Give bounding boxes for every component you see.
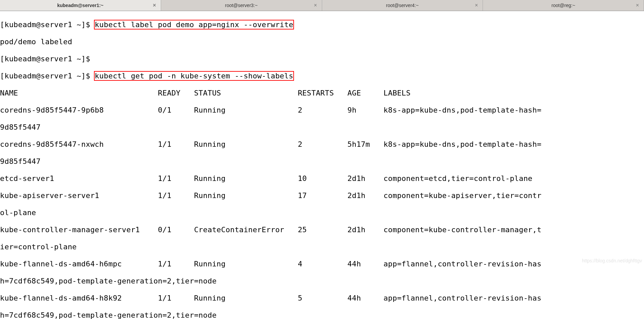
table-row: 9d85f5447 <box>0 157 644 166</box>
table-row: 9d85f5447 <box>0 123 644 132</box>
terminal-line: pod/demo labeled <box>0 38 644 46</box>
table-row: kube-apiserver-server1 1/1 Running 17 2d… <box>0 191 644 200</box>
terminal-line: [kubeadm@server1 ~]$ kubectl get pod -n … <box>0 72 644 80</box>
tab-root-server4[interactable]: root@server4:~ × <box>322 0 483 11</box>
table-row: ol-plane <box>0 208 644 217</box>
terminal-line: [kubeadm@server1 ~]$ <box>0 55 644 63</box>
table-row: h=7cdf68c549,pod-template-generation=2,t… <box>0 277 644 285</box>
table-row: kube-controller-manager-server1 0/1 Crea… <box>0 226 644 234</box>
table-row: etcd-server1 1/1 Running 10 2d1h compone… <box>0 174 644 183</box>
prompt: [kubeadm@server1 ~]$ <box>0 55 90 63</box>
tab-bar: kubeadm@server1:~ × root@server3:~ × roo… <box>0 0 644 11</box>
table-row: h=7cdf68c549,pod-template-generation=2,t… <box>0 311 644 319</box>
table-header: NAME READY STATUS RESTARTS AGE LABELS <box>0 89 644 98</box>
close-icon[interactable]: × <box>314 2 317 8</box>
table-row: kube-flannel-ds-amd64-h6mpc 1/1 Running … <box>0 260 644 268</box>
terminal-line: [kubeadm@server1 ~]$ kubectl label pod d… <box>0 20 644 29</box>
tab-root-server3[interactable]: root@server3:~ × <box>161 0 322 11</box>
table-row: coredns-9d85f5447-9p6b8 0/1 Running 2 9h… <box>0 106 644 115</box>
table-row: coredns-9d85f5447-nxwch 1/1 Running 2 5h… <box>0 140 644 149</box>
watermark: https://blog.csdn.net/dghfttgv <box>582 258 642 263</box>
tab-label: root@server3:~ <box>225 3 258 8</box>
tab-label: root@server4:~ <box>386 3 418 8</box>
tab-label: root@reg:~ <box>551 3 575 8</box>
terminal-output[interactable]: [kubeadm@server1 ~]$ kubectl label pod d… <box>0 11 644 319</box>
tab-label: kubeadm@server1:~ <box>57 3 103 8</box>
highlighted-command-1: kubectl label pod demo app=nginx --overw… <box>95 20 293 29</box>
table-row: ier=control-plane <box>0 243 644 251</box>
tab-kubeadm-server1[interactable]: kubeadm@server1:~ × <box>0 0 161 11</box>
tab-root-reg[interactable]: root@reg:~ × <box>483 0 644 11</box>
close-icon[interactable]: × <box>636 2 639 8</box>
highlighted-command-2: kubectl get pod -n kube-system --show-la… <box>95 72 293 80</box>
prompt: [kubeadm@server1 ~]$ <box>0 20 90 29</box>
table-row: kube-flannel-ds-amd64-h8k92 1/1 Running … <box>0 294 644 303</box>
close-icon[interactable]: × <box>475 2 478 8</box>
prompt: [kubeadm@server1 ~]$ <box>0 72 90 80</box>
close-icon[interactable]: × <box>153 2 156 8</box>
